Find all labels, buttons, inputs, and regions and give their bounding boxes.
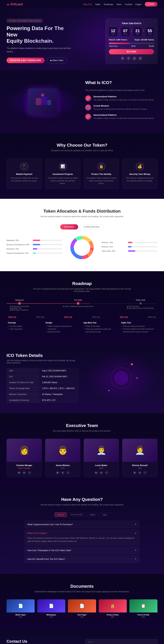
ico-token-details-section: ICO Token Details Join the industry lead… xyxy=(0,343,164,413)
team-member-2: 👨 Jason Moines CTO 🐦 in f xyxy=(45,439,80,477)
what-is-ico-section: What Is ICO? The world first platform to… xyxy=(0,70,164,133)
nav-roadmap[interactable]: Roadmap xyxy=(104,3,113,6)
tokensale-item-1: ■ ICO Final Year xyxy=(127,306,154,307)
faq-tab-legal[interactable]: Legal xyxy=(99,512,109,517)
faq-title: Have Any Question? xyxy=(6,497,158,502)
buy-button[interactable]: BUY NOW xyxy=(109,49,154,54)
feature-identity-desc: The platform helps investors to make eas… xyxy=(86,177,116,185)
alloc-bar-fill-4 xyxy=(33,252,36,254)
doc-format-3: PDF xyxy=(69,616,95,618)
alpha-items: Extensive testing of functional Provisio… xyxy=(121,325,156,333)
docs-title: Documents xyxy=(6,584,158,589)
member-name-1: Chartee Menger xyxy=(9,464,39,466)
doc-onepager[interactable]: 📄 One Pager PDF xyxy=(68,599,96,620)
faq-item-3: How Can I Participate In The ICO Token S… xyxy=(25,547,139,554)
contact-section: Contact Us We are always open and we wel… xyxy=(0,629,164,644)
ico-feature-2: 👥 Crowd Wisdom The process of taking int… xyxy=(85,104,158,110)
doc-info-1: White Paper PDF xyxy=(6,612,35,620)
tab-distribution[interactable]: Distribution xyxy=(60,224,78,230)
name-input[interactable] xyxy=(85,639,158,644)
register-btn[interactable]: REGISTER & BUY TOKENS NOW xyxy=(6,58,45,63)
ico-feature-text-2: Crowd Wisdom The process of taking into … xyxy=(93,104,147,110)
faq-question-3[interactable]: How Can I Participate In The ICO Token S… xyxy=(25,547,139,554)
faq-tab-tokens[interactable]: Tokens xyxy=(87,512,98,517)
donut-chart xyxy=(69,234,95,261)
nav-why-ico[interactable]: Why ICO xyxy=(83,3,92,6)
watch-video-btn[interactable]: ▶ Watch Video xyxy=(47,58,67,63)
alpha-title: Alpha Test xyxy=(121,322,156,324)
member-name-2: Jason Moines xyxy=(48,464,78,466)
social-linkedin-2[interactable]: in xyxy=(61,471,65,475)
eth-icon: Ξ xyxy=(127,56,131,60)
ring-dot-1 xyxy=(131,363,133,365)
token-details-table: ICO Token Details Join the industry lead… xyxy=(6,353,79,403)
social-fb-1[interactable]: f xyxy=(27,471,31,475)
form-row-name xyxy=(85,639,158,644)
payment-icons: ₿ Ξ ◎ ₿ xyxy=(109,56,154,60)
doc-whitepaper[interactable]: 📄 White Paper PDF xyxy=(6,599,35,620)
feature-desc-3: The platform helps investors to make eas… xyxy=(93,117,154,120)
social-twitter-2[interactable]: 🐦 xyxy=(56,471,59,475)
login-button[interactable]: LOGIN xyxy=(145,2,158,6)
social-twitter-3[interactable]: 🐦 xyxy=(94,471,98,475)
social-linkedin-3[interactable]: in xyxy=(99,471,103,475)
phase-presale-label: Pre-Sale xyxy=(63,299,93,301)
detail-val-2: Feb 10, 2022 (9:00AM GMT) xyxy=(39,374,79,379)
social-linkedin-4[interactable]: in xyxy=(138,471,142,475)
ring-dot-3 xyxy=(137,378,138,379)
member-role-4: CFO xyxy=(125,467,155,469)
social-fb-3[interactable]: f xyxy=(105,471,109,475)
docs-subtitle: Download the whitepaper and learn about … xyxy=(33,590,131,593)
doc-whitepaper2[interactable]: 📄 Whitepaper PDF xyxy=(37,599,65,620)
doc-info-3: One Pager PDF xyxy=(68,612,96,620)
time-sep-2: : xyxy=(131,27,132,36)
member-photo-4: 👩‍💼 xyxy=(122,439,157,462)
hero-tag: Yes Sale · for the Black Friday weekend xyxy=(6,19,43,22)
year-2023-q4: 2023 Q4 xyxy=(148,316,156,318)
social-twitter-1[interactable]: 🐦 xyxy=(17,471,21,475)
bottom-design: Design Platform design and technical de-… xyxy=(44,322,82,333)
logo[interactable]: ▲ ICOLand xyxy=(6,3,23,6)
detail-val-3: 1,000,000 Tokens xyxy=(39,380,79,385)
alloc-bar-fill-r3 xyxy=(128,250,135,252)
executive-team-section: Executive Team Our team plays effective … xyxy=(0,413,164,487)
team-info-1: Chartee Menger CEO / Founder 🐦 in f xyxy=(7,462,42,477)
target-label: Target: 100,000 Tokens xyxy=(134,39,154,41)
social-fb-2[interactable]: f xyxy=(66,471,70,475)
detail-key-3: Number Of Tokens For Sale xyxy=(6,380,39,385)
detail-val-4: 1 ETH = 600 ICO, 1 BTC = 1845 ICO xyxy=(39,386,79,391)
doc-title-5: Terms Of Sale xyxy=(130,614,157,616)
doc-icon-5: 📋 xyxy=(141,604,146,608)
token-progress-bar xyxy=(109,43,154,44)
other-icon: ₿ xyxy=(139,56,142,60)
doc-privacy[interactable]: 🔒 Privacy Policy PDF xyxy=(99,599,127,620)
faq-tab-general[interactable]: General xyxy=(55,512,67,517)
feature-title-1: Decentralized Platform xyxy=(93,96,154,98)
social-twitter-4[interactable]: 🐦 xyxy=(133,471,137,475)
logo-text: ICOLand xyxy=(10,3,23,6)
team-title: Executive Team xyxy=(6,423,158,428)
token-3d-visual xyxy=(85,354,158,403)
phase-tokensale-label: Token Sale xyxy=(127,299,154,301)
alloc-label-1: Marketing: 25% xyxy=(6,239,31,241)
social-fb-4[interactable]: f xyxy=(143,471,147,475)
doc-terms[interactable]: 📋 Terms Of Sale PDF xyxy=(129,599,158,620)
tab-funding[interactable]: Funding Allocation xyxy=(80,224,104,230)
feature-mobile-payment: 📱 Mobile Payment The process of taking i… xyxy=(6,158,42,189)
nav-sales[interactable]: Sales xyxy=(95,3,101,6)
doc-title-4: Privacy Policy xyxy=(99,614,126,616)
nav-pages[interactable]: Pages xyxy=(136,3,142,6)
concept-items: Concept Ideation Token Acquisition xyxy=(8,325,43,330)
faq-question-1[interactable]: What Cryptocurrencies Can I Use To Purch… xyxy=(25,521,139,528)
nav-contact[interactable]: Contact xyxy=(125,3,132,6)
alloc-bar-fill-r1 xyxy=(128,242,132,243)
social-linkedin-1[interactable]: in xyxy=(22,471,26,475)
design-item-2: Building the MVP xyxy=(46,330,81,333)
faq-question-4[interactable]: How Do I Benefit From The ICO Token? ▼ xyxy=(25,556,139,562)
nav-team[interactable]: Team xyxy=(116,3,122,6)
token-allocation-section: Token Allocation & Funds Distribution Jo… xyxy=(0,199,164,271)
alloc-row-1: Marketing: 25% xyxy=(6,239,62,241)
faq-question-2[interactable]: What Is ICO Crypto? ▲ xyxy=(25,530,139,537)
faq-tab-pre-ico[interactable]: Pre ICO & ICO xyxy=(68,512,85,517)
beta-item-2: Testing app published to public and impr… xyxy=(83,328,118,333)
